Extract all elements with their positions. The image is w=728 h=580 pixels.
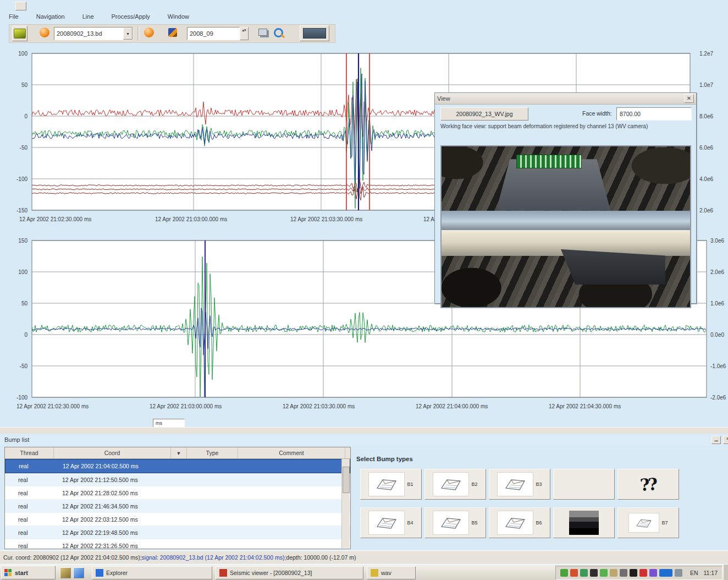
y-axis-tick: 150: [18, 238, 27, 244]
start-label: start: [15, 570, 28, 576]
record-combobox[interactable]: ▾: [54, 27, 133, 40]
bump-type-button-2[interactable]: B2: [424, 469, 486, 500]
quicklaunch-icon-2[interactable]: [73, 567, 84, 578]
period-combo-input[interactable]: [187, 28, 239, 40]
table-row[interactable]: real12 Apr 2002 21:12:50.500 ms: [5, 473, 350, 486]
chevron-down-icon[interactable]: ▾: [123, 28, 133, 40]
column-header-3[interactable]: Type: [187, 447, 238, 458]
bump-panel-title: Bump list: [4, 436, 29, 443]
panel-close-icon[interactable]: ✕: [723, 436, 728, 444]
open-button[interactable]: [12, 26, 27, 41]
time-unit-label: ms: [156, 420, 162, 426]
bump-type-button-10[interactable]: B7: [617, 507, 679, 538]
scrollbar-thumb[interactable]: [343, 467, 350, 493]
y-axis-tick: -50: [20, 363, 28, 369]
tray-icon-12[interactable]: [675, 569, 682, 577]
tray-icon-9[interactable]: [639, 569, 647, 577]
x-axis-tick: 12 Apr 2002 21:03:00.000 ms: [150, 403, 222, 409]
column-header-4[interactable]: Comment: [238, 447, 345, 458]
bump-type-button-6[interactable]: B4: [360, 507, 422, 538]
bump-type-button-3[interactable]: B3: [489, 469, 550, 500]
y-axis-tick: -100: [16, 395, 27, 401]
bump-sketch-icon: [503, 515, 527, 531]
bump-type-button-7[interactable]: B5: [424, 507, 486, 538]
menu-item-file[interactable]: File: [7, 12, 21, 21]
bump-photo-dark: [569, 511, 599, 535]
menu-item-window[interactable]: Window: [166, 12, 191, 21]
tray-icon-1[interactable]: [560, 569, 568, 577]
time-unit-box[interactable]: ms: [153, 419, 185, 428]
menu-item-navigation[interactable]: Navigation: [34, 12, 67, 21]
quicklaunch-icon-1[interactable]: [60, 567, 71, 578]
taskbar-task-button[interactable]: wav: [367, 566, 416, 579]
window-icon[interactable]: [15, 2, 26, 10]
x-axis-tick: 12 Apr 2002 21:03:30.000 ms: [283, 403, 355, 409]
record-prev-icon[interactable]: [40, 28, 49, 37]
layers-icon[interactable]: [258, 29, 267, 36]
bump-type-button-9[interactable]: [553, 507, 615, 538]
y2-axis-tick: 8.0e6: [699, 113, 713, 119]
bump-type-button-5[interactable]: ??: [617, 469, 679, 500]
tray-icon-7[interactable]: [620, 569, 627, 577]
spin-control[interactable]: ▴▾: [240, 27, 249, 40]
edit-mark-icon[interactable]: [168, 28, 177, 37]
bump-type-label: B5: [471, 520, 477, 526]
bump-type-label: B7: [661, 520, 668, 526]
task-icon: [219, 569, 227, 577]
y-axis-tick: -50: [20, 145, 28, 151]
photo-file-button[interactable]: 20080902_13_WV.jpg: [440, 107, 528, 121]
tray-icon-10[interactable]: [649, 569, 657, 577]
table-row[interactable]: real12 Apr 2002 22:19:48.500 ms: [5, 526, 350, 539]
tray-icon-6[interactable]: [610, 569, 617, 577]
start-button[interactable]: start: [1, 566, 56, 579]
show-desktop-strip[interactable]: [723, 565, 728, 580]
os-taskbar: start ExplorerSeismic viewer - [20080902…: [0, 564, 728, 580]
tray-icon-11[interactable]: [659, 569, 672, 577]
close-icon[interactable]: ✕: [684, 94, 694, 103]
menu-item-process-apply[interactable]: Process/Apply: [109, 12, 152, 21]
x-axis-tick: 12 Apr 2002 21:02:30.000 ms: [19, 216, 91, 222]
param-value-field[interactable]: 8700.00: [616, 107, 692, 121]
dialog-titlebar[interactable]: View ✕: [435, 93, 696, 105]
period-combobox[interactable]: [187, 27, 240, 40]
column-header-0[interactable]: Thread: [5, 447, 54, 458]
panel-minimize-icon[interactable]: ▁: [712, 436, 721, 444]
bump-sketch-icon: [374, 515, 399, 531]
tray-icon-3[interactable]: [580, 569, 588, 577]
row-name: real: [5, 543, 62, 549]
open-icon: [14, 29, 26, 39]
tray-icon-5[interactable]: [600, 569, 608, 577]
column-header-2[interactable]: ▾: [171, 447, 187, 458]
table-row[interactable]: real12 Apr 2002 21:46:34.500 ms: [5, 500, 350, 513]
column-header-1[interactable]: Coord: [54, 447, 171, 458]
y2-axis-tick: -1.0e6: [710, 363, 726, 369]
graph-button[interactable]: [300, 25, 329, 41]
record-combo-input[interactable]: [54, 28, 123, 40]
taskbar-task-button[interactable]: Seismic viewer - [20080902_13]: [216, 566, 363, 579]
tray-icon-4[interactable]: [590, 569, 598, 577]
table-row[interactable]: real12 Apr 2002 21:04:02.500 ms: [5, 459, 350, 473]
tray-language-indicator[interactable]: EN: [690, 570, 698, 576]
tray-icon-8[interactable]: [630, 569, 637, 577]
bump-type-button-8[interactable]: B6: [489, 507, 550, 538]
table-row[interactable]: real12 Apr 2002 22:03:12.500 ms: [5, 513, 350, 526]
row-coord: 12 Apr 2002 22:19:48.500 ms: [62, 529, 227, 536]
y-axis-tick: 100: [18, 51, 27, 57]
bump-type-button-4[interactable]: [553, 469, 615, 500]
x-axis-tick: 12 Apr 2002 21:04:00.000 ms: [416, 403, 488, 409]
y2-axis-tick: 0.0e0: [710, 332, 724, 338]
bump-type-button-1[interactable]: B1: [360, 469, 422, 500]
y2-axis-tick: -2.0e6: [710, 395, 726, 401]
tray-icon-2[interactable]: [570, 569, 578, 577]
table-scrollbar[interactable]: [341, 459, 350, 548]
menu-item-line[interactable]: Line: [80, 12, 96, 21]
unknown-type-icon: ??: [639, 474, 657, 495]
table-row[interactable]: real12 Apr 2002 21:28:02.500 ms: [5, 486, 350, 500]
taskbar-task-button[interactable]: Explorer: [92, 566, 212, 579]
zoom-edit-icon[interactable]: [274, 28, 283, 37]
spin-down-icon[interactable]: ▾: [244, 28, 246, 32]
row-name: real: [5, 490, 62, 496]
record-next-icon[interactable]: [144, 28, 154, 37]
task-icon: [96, 569, 103, 577]
y2-axis-tick: 4.0e6: [699, 176, 713, 182]
